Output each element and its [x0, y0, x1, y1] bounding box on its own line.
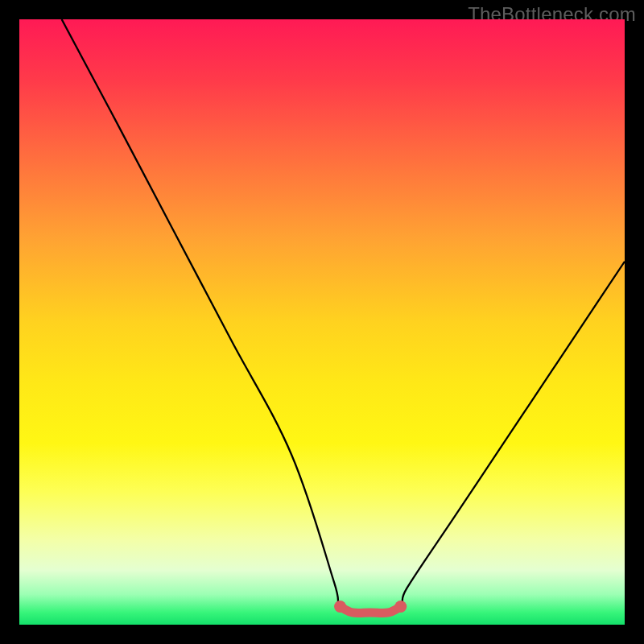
chart-stage: TheBottleneck.com: [0, 0, 644, 644]
optimal-range-underline: [341, 606, 401, 613]
chart-svg: [19, 19, 625, 625]
plot-area: [19, 19, 625, 625]
optimal-range-endpoint: [394, 601, 407, 613]
bottleneck-curve: [62, 19, 625, 613]
optimal-range-endpoint: [334, 601, 346, 613]
